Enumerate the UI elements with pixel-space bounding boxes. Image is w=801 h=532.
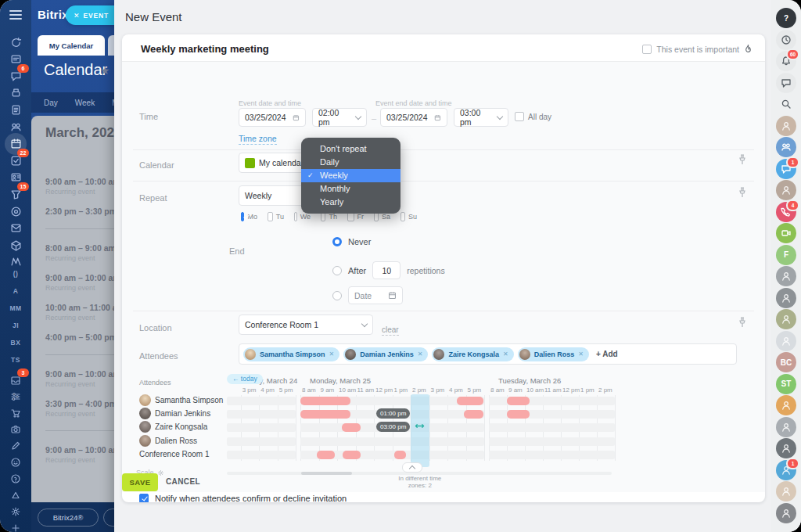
tab-my-calendar[interactable]: My Calendar — [38, 35, 105, 56]
sidebar-icon-messenger[interactable]: 6 — [9, 70, 22, 82]
after-radio[interactable] — [332, 266, 342, 275]
collapse-button[interactable] — [402, 462, 422, 473]
sidebar-icon-live-feed[interactable] — [9, 53, 22, 66]
event-name[interactable]: Weekly marketing meeting — [141, 43, 269, 55]
repetitions-input[interactable] — [379, 266, 394, 275]
sidebar-icon-mail[interactable] — [9, 222, 22, 235]
avatar[interactable] — [776, 309, 796, 329]
sidebar-icon-sliders[interactable] — [9, 390, 22, 403]
end-on-date-field[interactable]: Date — [348, 286, 403, 304]
messenger-channel-icon[interactable]: 1 — [776, 159, 796, 179]
start-date-field[interactable] — [239, 108, 306, 127]
hamburger-menu-icon[interactable] — [9, 10, 22, 20]
end-after-option[interactable]: After repetitions — [332, 261, 445, 279]
avatar[interactable] — [776, 503, 796, 523]
attendee-chip[interactable]: Samantha Simpson✕ — [243, 347, 339, 361]
repeat-option-weekly[interactable]: ✓Weekly — [301, 169, 400, 182]
user-initials[interactable]: BC — [776, 352, 796, 372]
remove-attendee-icon[interactable]: ✕ — [329, 350, 335, 358]
sidebar-icon-contacts[interactable] — [9, 171, 22, 184]
save-button[interactable]: SAVE — [122, 473, 158, 491]
scrollbar-thumb[interactable] — [301, 472, 352, 475]
location-select[interactable]: Conference Room 1 — [239, 315, 373, 335]
end-never-option[interactable]: Never — [332, 237, 371, 246]
weekday-checkbox[interactable] — [294, 212, 297, 221]
repeat-option-don-t-repeat[interactable]: Don't repeat — [301, 142, 400, 156]
sidebar-icon-smile[interactable] — [9, 456, 22, 469]
start-date-input[interactable] — [245, 113, 289, 122]
avatar[interactable] — [776, 417, 796, 437]
chat-search-icon[interactable] — [776, 73, 796, 93]
today-button[interactable]: ← today — [227, 374, 263, 384]
avatar[interactable] — [776, 180, 796, 200]
end-date-field[interactable] — [380, 108, 447, 127]
sidebar-workspace-ji[interactable]: JI — [0, 322, 31, 329]
avatar[interactable] — [776, 331, 796, 351]
history-clock-icon[interactable] — [776, 30, 796, 50]
sidebar-icon-printer[interactable] — [9, 87, 22, 99]
view-tab-week[interactable]: Week — [75, 99, 95, 107]
timezone-link[interactable]: Time zone — [239, 131, 277, 145]
helpdesk[interactable]: ? — [776, 8, 796, 28]
sidebar-workspace-a[interactable]: A — [0, 287, 31, 295]
repeat-option-yearly[interactable]: Yearly — [301, 196, 400, 209]
weekday-checkbox[interactable] — [268, 212, 273, 221]
favorite-star-icon[interactable]: ★ — [100, 64, 110, 77]
important-checkbox[interactable] — [642, 45, 652, 54]
search-icon[interactable] — [776, 94, 796, 114]
sidebar-icon-gear[interactable] — [9, 505, 22, 518]
sidebar-icon-camera[interactable] — [9, 423, 22, 436]
sidebar-workspace-mm[interactable]: MM — [0, 304, 31, 312]
sidebar-icon-cart[interactable] — [9, 407, 22, 419]
sidebar-icon-workgroups[interactable] — [9, 120, 22, 133]
video-call-icon[interactable] — [776, 223, 796, 243]
sidebar-icon-pencil[interactable] — [9, 440, 22, 452]
weekday-checkbox[interactable] — [241, 212, 244, 221]
end-time-select[interactable]: 03:00 pm — [454, 108, 508, 127]
sidebar-icon-inbox[interactable]: 3 — [9, 374, 22, 386]
avatar[interactable] — [776, 116, 796, 136]
sidebar-icon-automation[interactable] — [9, 205, 22, 217]
notify-checkbox[interactable] — [139, 494, 149, 502]
repetitions-field[interactable] — [372, 261, 400, 279]
sidebar-icon-sync[interactable] — [9, 36, 22, 49]
pin-icon[interactable] — [738, 187, 746, 198]
close-icon[interactable]: ✕ — [74, 12, 80, 20]
location-clear-link[interactable]: clear — [382, 322, 399, 336]
avatar[interactable] — [776, 438, 796, 458]
user-initials[interactable]: ST — [776, 374, 796, 394]
date-radio[interactable] — [332, 291, 342, 300]
repeat-option-daily[interactable]: Daily — [301, 156, 400, 169]
sidebar-workspace-ts[interactable]: TS — [0, 356, 31, 364]
avatar[interactable]: 1 — [776, 460, 796, 480]
sidebar-icon-nav-triangle[interactable] — [9, 489, 22, 501]
weekday-mo[interactable]: Mo — [241, 212, 257, 221]
end-date-option[interactable]: Date — [332, 286, 403, 304]
view-tab-day[interactable]: Day — [44, 99, 58, 107]
avatar[interactable] — [776, 395, 796, 415]
sidebar-icon-documents[interactable] — [9, 103, 22, 116]
sidebar-workspace-bx[interactable]: BX — [0, 339, 31, 347]
remove-attendee-icon[interactable]: ✕ — [578, 350, 584, 358]
pin-icon[interactable] — [738, 154, 746, 165]
telephony-icon[interactable]: 4 — [776, 202, 796, 222]
notifications-bell-icon[interactable]: 60 — [776, 51, 796, 71]
attendees-input[interactable]: Samantha Simpson✕Damian Jenkins✕Zaire Ko… — [239, 343, 737, 365]
sidebar-icon-market[interactable] — [9, 239, 22, 251]
all-day-checkbox[interactable] — [515, 112, 524, 121]
start-time-select[interactable]: 02:00 pm — [312, 108, 367, 127]
add-attendee-link[interactable]: + Add — [596, 350, 618, 358]
sidebar-icon-help[interactable] — [9, 473, 22, 485]
group-chat-icon[interactable] — [776, 137, 796, 157]
attendee-chip[interactable]: Dalien Ross✕ — [518, 347, 589, 361]
sidebar-workspace-[interactable]: () — [0, 270, 31, 278]
avatar[interactable] — [776, 266, 796, 286]
sidebar-icon-sites[interactable] — [9, 256, 22, 268]
repeat-option-monthly[interactable]: Monthly — [301, 182, 400, 196]
never-radio[interactable] — [332, 237, 342, 246]
sidebar-icon-calendar[interactable] — [9, 138, 22, 150]
sidebar-icon-tasks[interactable]: 22 — [9, 154, 22, 167]
sidebar-icon-crm-funnel[interactable]: 15 — [9, 188, 22, 200]
weekday-su[interactable]: Su — [400, 212, 417, 221]
sidebar-icon-plus[interactable] — [9, 522, 22, 532]
